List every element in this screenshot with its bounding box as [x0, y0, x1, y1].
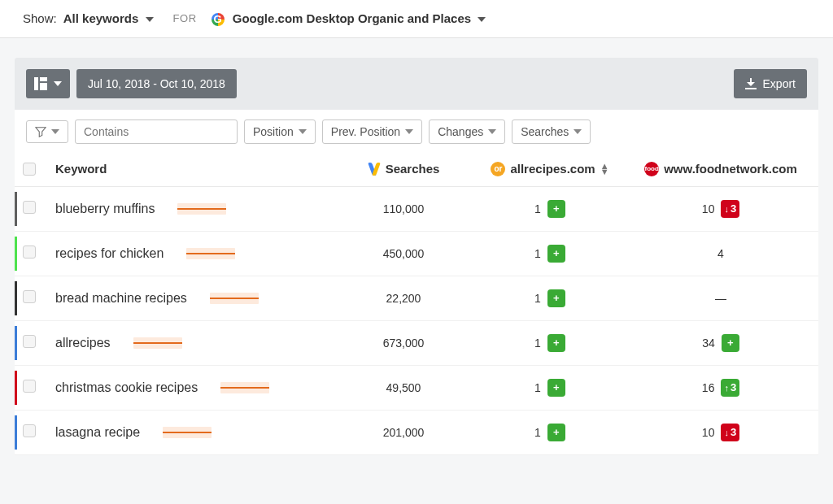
sparkline	[133, 337, 182, 349]
row-checkbox[interactable]	[23, 335, 55, 350]
table-row[interactable]: christmas cookie recipes49,5001 +16 ↑3	[15, 366, 818, 411]
checkbox-icon	[23, 163, 36, 176]
row-stripe	[15, 281, 17, 315]
foodnetwork-icon: food	[644, 162, 659, 176]
allrecipes-icon: or	[491, 162, 505, 176]
row-checkbox[interactable]	[23, 245, 55, 261]
site1-header[interactable]: or allrecipes.com ▲▼	[469, 162, 631, 176]
table-row[interactable]: lasagna recipe201,0001 +10 ↓3	[15, 411, 818, 455]
checkbox-icon	[23, 335, 36, 348]
checkbox-icon	[23, 424, 36, 437]
site1-cell: 1 +	[469, 289, 631, 307]
keyword-text: bread machine recipes	[55, 291, 187, 306]
position-filter[interactable]: Position	[244, 119, 316, 144]
export-label: Export	[763, 77, 796, 90]
contains-input[interactable]	[75, 119, 238, 144]
site1-cell: 1 +	[469, 200, 631, 218]
caret-down-icon	[51, 129, 59, 134]
top-filter-bar: Show: All keywords FOR G Google.com Desk…	[0, 0, 833, 38]
new-badge: +	[547, 245, 565, 263]
row-stripe	[15, 192, 17, 226]
site2-position: 4	[717, 247, 724, 260]
rank-up-badge: ↑3	[721, 379, 739, 397]
searches-cell: 110,000	[338, 202, 469, 215]
site2-cell: 10 ↓3	[631, 200, 810, 218]
export-button[interactable]: Export	[734, 69, 807, 98]
site1-position: 1	[534, 292, 541, 305]
rank-down-badge: ↓3	[721, 200, 739, 218]
select-all-header[interactable]	[23, 163, 55, 176]
site2-position: —	[715, 292, 726, 305]
adwords-icon	[368, 163, 381, 176]
table-row[interactable]: recipes for chicken450,0001 +4	[15, 232, 818, 276]
row-checkbox[interactable]	[23, 290, 55, 306]
searches-filter[interactable]: Searches	[512, 119, 591, 144]
keyword-text: blueberry muffins	[55, 202, 155, 216]
rank-down-badge: ↓3	[721, 424, 739, 441]
site2-position: 34	[702, 337, 715, 350]
keyword-cell: recipes for chicken	[55, 246, 338, 261]
keyword-cell: christmas cookie recipes	[55, 380, 338, 395]
keyword-text: recipes for chicken	[55, 246, 164, 261]
site2-header[interactable]: food www.foodnetwork.com	[631, 162, 810, 176]
prev-position-filter[interactable]: Prev. Position	[322, 119, 422, 144]
table-row[interactable]: bread machine recipes22,2001 +—	[15, 276, 818, 321]
new-badge: +	[547, 424, 565, 441]
filter-bar: Position Prev. Position Changes Searches	[15, 110, 818, 149]
funnel-icon	[35, 126, 46, 137]
row-checkbox[interactable]	[23, 424, 55, 440]
caret-down-icon	[478, 17, 486, 22]
site2-cell: —	[631, 292, 810, 305]
source-dropdown[interactable]: G Google.com Desktop Organic and Places	[212, 11, 486, 26]
sort-icon: ▲▼	[600, 163, 609, 175]
site2-position: 10	[702, 426, 715, 439]
table-header: Keyword Searches or allrecipes.com ▲▼ fo…	[15, 149, 818, 187]
show-value: All keywords	[63, 11, 139, 25]
sparkline	[210, 293, 259, 304]
date-range-button[interactable]: Jul 10, 2018 - Oct 10, 2018	[76, 69, 237, 98]
row-stripe	[15, 415, 17, 450]
google-icon: G	[212, 13, 225, 26]
site1-position: 1	[534, 426, 541, 439]
searches-cell: 49,500	[338, 381, 469, 394]
download-icon	[745, 78, 757, 89]
row-checkbox[interactable]	[23, 380, 55, 395]
keyword-cell: bread machine recipes	[55, 291, 338, 306]
new-badge: +	[547, 289, 565, 307]
table-row[interactable]: blueberry muffins110,0001 +10 ↓3	[15, 187, 818, 232]
keyword-text: christmas cookie recipes	[55, 380, 198, 395]
site1-position: 1	[534, 337, 541, 350]
show-value-dropdown[interactable]: All keywords	[63, 11, 154, 25]
row-checkbox[interactable]	[23, 201, 55, 216]
date-range-label: Jul 10, 2018 - Oct 10, 2018	[88, 77, 225, 90]
site1-position: 1	[534, 202, 541, 215]
filter-funnel-button[interactable]	[26, 120, 68, 143]
caret-down-icon	[299, 129, 307, 134]
sparkline	[220, 382, 269, 393]
searches-cell: 673,000	[338, 337, 469, 350]
results-panel: Jul 10, 2018 - Oct 10, 2018 Export Posit…	[15, 58, 818, 455]
table-body: blueberry muffins110,0001 +10 ↓3recipes …	[15, 187, 818, 455]
for-label: FOR	[173, 12, 197, 24]
changes-filter[interactable]: Changes	[429, 119, 505, 144]
searches-header[interactable]: Searches	[338, 162, 469, 176]
site1-cell: 1 +	[469, 334, 631, 352]
keyword-text: lasagna recipe	[55, 425, 140, 440]
new-badge: +	[547, 379, 565, 397]
searches-cell: 201,000	[338, 426, 469, 439]
table-row[interactable]: allrecipes673,0001 +34 +	[15, 321, 818, 366]
searches-cell: 450,000	[338, 247, 469, 260]
site1-position: 1	[534, 247, 541, 260]
site1-cell: 1 +	[469, 245, 631, 263]
layout-button[interactable]	[26, 69, 70, 98]
site2-cell: 34 +	[631, 334, 810, 352]
toolbar: Jul 10, 2018 - Oct 10, 2018 Export	[15, 58, 818, 110]
caret-down-icon	[405, 129, 413, 134]
keyword-cell: lasagna recipe	[55, 425, 338, 440]
keyword-header[interactable]: Keyword	[55, 162, 338, 176]
caret-down-icon	[488, 129, 496, 134]
caret-down-icon	[574, 129, 582, 134]
site1-cell: 1 +	[469, 424, 631, 441]
site1-cell: 1 +	[469, 379, 631, 397]
keyword-cell: blueberry muffins	[55, 202, 338, 216]
